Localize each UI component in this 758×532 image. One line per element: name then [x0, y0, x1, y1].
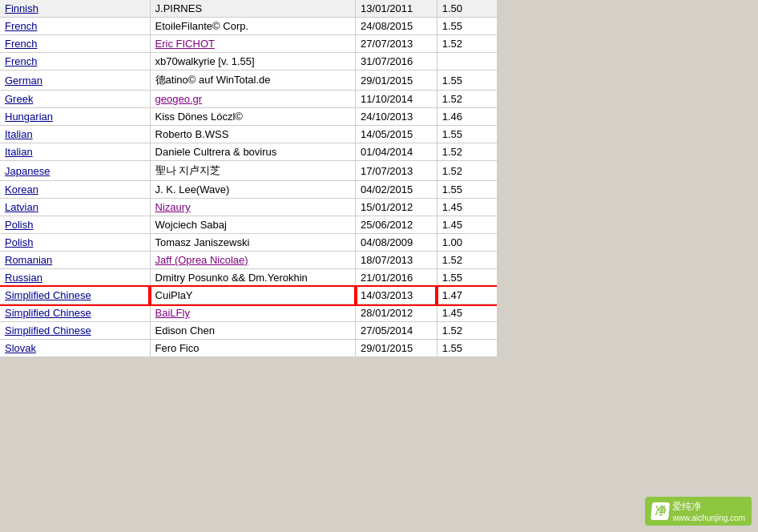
- language-cell[interactable]: Greek: [0, 91, 150, 108]
- language-cell[interactable]: Italian: [0, 143, 150, 161]
- version-cell: 1.52: [437, 35, 497, 53]
- language-cell[interactable]: Romanian: [0, 252, 150, 269]
- table-row[interactable]: German德atino© auf WinTotal.de29/01/20151…: [0, 71, 497, 91]
- language-cell[interactable]: Simplified Chinese: [0, 287, 150, 304]
- version-cell: 1.55: [437, 340, 497, 357]
- date-cell: 11/10/2014: [356, 91, 437, 108]
- version-cell: 1.55: [437, 18, 497, 35]
- author-cell: Edison Chen: [150, 322, 356, 340]
- watermark: 净 爱纯净 www.aichunjing.com: [645, 497, 752, 526]
- author-cell: EtoileFilante© Corp.: [150, 18, 356, 35]
- table-row[interactable]: SlovakFero Fico29/01/20151.55: [0, 340, 497, 357]
- table-row[interactable]: FrenchEric FICHOT27/07/20131.52: [0, 35, 497, 53]
- table-row[interactable]: Greekgeogeo.gr11/10/20141.52: [0, 91, 497, 108]
- author-cell: Dmitry Posunko && Dm.Yerokhin: [150, 269, 356, 287]
- version-cell: 1.45: [437, 304, 497, 322]
- author-cell: J.PIRNES: [150, 0, 356, 18]
- author-cell: Daniele Cultrera & bovirus: [150, 143, 356, 161]
- date-cell: 04/02/2015: [356, 181, 437, 199]
- version-cell: 1.00: [437, 234, 497, 252]
- table-row[interactable]: Frenchxb70walkyrie [v. 1.55]31/07/2016: [0, 53, 497, 71]
- date-cell: 27/07/2013: [356, 35, 437, 53]
- date-cell: 21/01/2016: [356, 269, 437, 287]
- date-cell: 29/01/2015: [356, 340, 437, 357]
- date-cell: 15/01/2012: [356, 199, 437, 216]
- table-row[interactable]: HungarianKiss Dönes Lóczl©24/10/20131.46: [0, 108, 497, 126]
- author-cell: Roberto B.WSS: [150, 126, 356, 143]
- author-cell: xb70walkyrie [v. 1.55]: [150, 53, 356, 71]
- table-row[interactable]: PolishTomasz Janiszewski04/08/20091.00: [0, 234, 497, 252]
- translation-table-container: FinnishJ.PIRNES13/01/20111.50FrenchEtoil…: [0, 0, 497, 357]
- language-cell[interactable]: German: [0, 71, 150, 91]
- language-cell[interactable]: Finnish: [0, 0, 150, 18]
- author-cell: CuiPlaY: [150, 287, 356, 304]
- author-cell[interactable]: Nizaury: [150, 199, 356, 216]
- table-row[interactable]: Simplified ChineseBaiLFly28/01/20121.45: [0, 304, 497, 322]
- language-cell[interactable]: Polish: [0, 234, 150, 252]
- language-cell[interactable]: French: [0, 18, 150, 35]
- date-cell: 24/08/2015: [356, 18, 437, 35]
- table-row[interactable]: PolishWojciech Sabaj25/06/20121.45: [0, 216, 497, 234]
- language-cell[interactable]: Korean: [0, 181, 150, 199]
- language-cell[interactable]: Latvian: [0, 199, 150, 216]
- date-cell: 31/07/2016: [356, 53, 437, 71]
- watermark-text-block: 爱纯净 www.aichunjing.com: [672, 500, 745, 522]
- author-cell: Kiss Dönes Lóczl©: [150, 108, 356, 126]
- version-cell: 1.52: [437, 252, 497, 269]
- table-row[interactable]: LatvianNizaury15/01/20121.45: [0, 199, 497, 216]
- date-cell: 27/05/2014: [356, 322, 437, 340]
- author-cell[interactable]: BaiLFly: [150, 304, 356, 322]
- table-row[interactable]: ItalianDaniele Cultrera & bovirus01/04/2…: [0, 143, 497, 161]
- language-cell[interactable]: Russian: [0, 269, 150, 287]
- version-cell: 1.50: [437, 0, 497, 18]
- table-row[interactable]: KoreanJ. K. Lee(Wave)04/02/20151.55: [0, 181, 497, 199]
- language-cell[interactable]: Hungarian: [0, 108, 150, 126]
- version-cell: 1.45: [437, 199, 497, 216]
- date-cell: 25/06/2012: [356, 216, 437, 234]
- table-row[interactable]: Japanese聖나 지卢지芝17/07/20131.52: [0, 161, 497, 181]
- date-cell: 28/01/2012: [356, 304, 437, 322]
- date-cell: 14/03/2013: [356, 287, 437, 304]
- date-cell: 29/01/2015: [356, 71, 437, 91]
- version-cell: 1.52: [437, 91, 497, 108]
- author-cell: 德atino© auf WinTotal.de: [150, 71, 356, 91]
- watermark-icon: 净: [651, 502, 670, 520]
- date-cell: 17/07/2013: [356, 161, 437, 181]
- date-cell: 01/04/2014: [356, 143, 437, 161]
- date-cell: 04/08/2009: [356, 234, 437, 252]
- watermark-url: www.aichunjing.com: [672, 514, 745, 522]
- date-cell: 14/05/2015: [356, 126, 437, 143]
- language-cell[interactable]: Simplified Chinese: [0, 322, 150, 340]
- language-cell[interactable]: French: [0, 53, 150, 71]
- date-cell: 24/10/2013: [356, 108, 437, 126]
- author-cell: Wojciech Sabaj: [150, 216, 356, 234]
- language-cell[interactable]: Italian: [0, 126, 150, 143]
- version-cell: 1.47: [437, 287, 497, 304]
- author-cell[interactable]: geogeo.gr: [150, 91, 356, 108]
- language-cell[interactable]: Japanese: [0, 161, 150, 181]
- table-row[interactable]: Simplified ChineseCuiPlaY14/03/20131.47: [0, 287, 497, 304]
- author-cell: J. K. Lee(Wave): [150, 181, 356, 199]
- version-cell: 1.52: [437, 161, 497, 181]
- date-cell: 18/07/2013: [356, 252, 437, 269]
- table-row[interactable]: FrenchEtoileFilante© Corp.24/08/20151.55: [0, 18, 497, 35]
- table-row[interactable]: FinnishJ.PIRNES13/01/20111.50: [0, 0, 497, 18]
- table-row[interactable]: RussianDmitry Posunko && Dm.Yerokhin21/0…: [0, 269, 497, 287]
- author-cell[interactable]: Jaff (Oprea Nicolae): [150, 252, 356, 269]
- version-cell: 1.46: [437, 108, 497, 126]
- table-row[interactable]: RomanianJaff (Oprea Nicolae)18/07/20131.…: [0, 252, 497, 269]
- language-cell[interactable]: French: [0, 35, 150, 53]
- language-cell[interactable]: Simplified Chinese: [0, 304, 150, 322]
- date-cell: 13/01/2011: [356, 0, 437, 18]
- table-row[interactable]: ItalianRoberto B.WSS14/05/20151.55: [0, 126, 497, 143]
- version-cell: 1.52: [437, 322, 497, 340]
- language-cell[interactable]: Slovak: [0, 340, 150, 357]
- translations-table: FinnishJ.PIRNES13/01/20111.50FrenchEtoil…: [0, 0, 497, 357]
- language-cell[interactable]: Polish: [0, 216, 150, 234]
- version-cell: 1.52: [437, 143, 497, 161]
- author-cell[interactable]: Eric FICHOT: [150, 35, 356, 53]
- table-row[interactable]: Simplified ChineseEdison Chen27/05/20141…: [0, 322, 497, 340]
- version-cell: 1.55: [437, 181, 497, 199]
- watermark-brand: 爱纯净: [672, 500, 745, 514]
- version-cell: 1.45: [437, 216, 497, 234]
